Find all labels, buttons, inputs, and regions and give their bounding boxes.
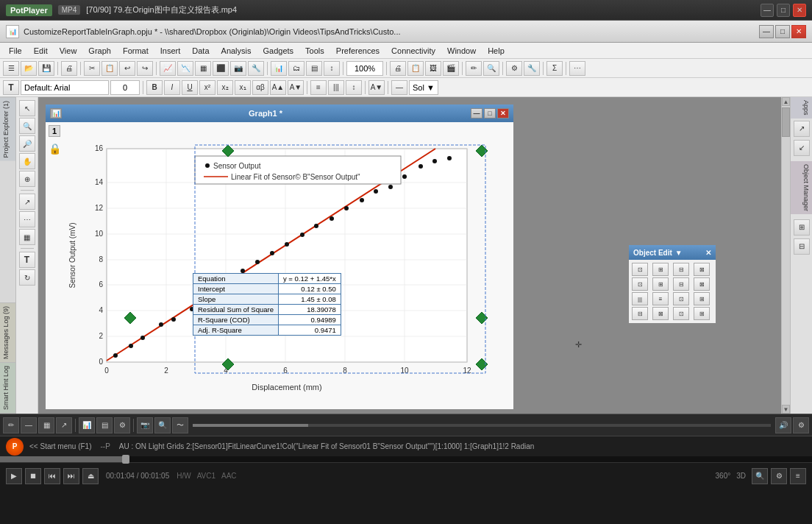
text-icon[interactable]: T [3,80,19,95]
obj-edit-close-button[interactable]: ✕ [705,249,711,257]
oe-btn-7[interactable]: ⊟ [673,277,689,291]
window-controls[interactable]: — □ ✕ [761,4,806,17]
apps-tab[interactable]: Apps [791,97,812,118]
menu-format[interactable]: Format [117,45,154,57]
oe-btn-13[interactable]: ⊟ [632,307,648,320]
tb-btn-12[interactable]: 📋 [407,61,424,76]
right-tool-3[interactable]: ⊞ [794,219,810,236]
right-tool-2[interactable]: ↙ [794,140,810,156]
eject-button[interactable]: ⏏ [82,468,99,484]
messages-log-tab[interactable]: Messages Log (9) [0,302,15,363]
settings-button[interactable]: ⚙ [771,468,787,484]
menu-button[interactable]: ≡ [790,468,806,484]
fill-color-button[interactable]: A▼ [368,80,385,95]
pan-tool[interactable]: ✋ [19,153,35,169]
oe-btn-12[interactable]: ⊞ [694,292,710,305]
oe-btn-8[interactable]: ⊠ [694,277,710,291]
font-selector[interactable]: Default: Arial [21,80,109,95]
tb-btn-3[interactable]: ▦ [195,61,211,76]
tb-btn-1[interactable]: 📈 [160,61,176,76]
tool-arrow-btn[interactable]: ↗ [56,417,72,433]
tb-btn-6[interactable]: 🔧 [248,61,264,76]
text-tool[interactable]: T [19,252,35,268]
align-center-button[interactable]: ||| [328,80,344,95]
crosshair-tool[interactable]: ⊕ [19,171,35,187]
underline-button[interactable]: U [182,80,198,95]
tb-btn-5[interactable]: 📷 [230,61,246,76]
right-tool-4[interactable]: ⊟ [794,238,810,255]
minimize-button[interactable]: — [761,4,774,17]
tb-btn-18[interactable]: 🔧 [524,61,540,76]
menu-help[interactable]: Help [482,45,510,57]
align-left-button[interactable]: ≡ [310,80,327,95]
maximize-button[interactable]: □ [777,4,790,17]
zoom-in-tool[interactable]: 🔍 [19,118,35,134]
scrollbar-down-arrow[interactable]: ▼ [782,405,790,414]
tb-btn-7[interactable]: 📊 [271,61,287,76]
bottom-progress-bar[interactable] [193,424,771,427]
oe-btn-2[interactable]: ⊞ [652,263,669,276]
tb-btn-11[interactable]: 🖨 [390,61,406,76]
vertical-scrollbar[interactable]: ▲ ▼ [781,97,790,414]
tool-waveform-btn[interactable]: 〜 [172,417,188,433]
font-size-up-button[interactable]: A▼ [288,80,304,95]
oe-btn-15[interactable]: ⊡ [673,307,689,320]
zoom-level[interactable]: 100% [346,61,383,76]
scrollbar-thumb[interactable] [782,107,790,137]
tool-data-btn[interactable]: ▤ [96,417,113,433]
menu-file[interactable]: File [3,45,28,57]
stop-button[interactable]: ⏹ [25,468,41,484]
menu-tools[interactable]: Tools [299,45,330,57]
copy-button[interactable]: 📋 [102,61,118,76]
oe-btn-5[interactable]: ⊡ [632,277,648,291]
print-button[interactable]: 🖨 [61,61,77,76]
italic-button[interactable]: I [164,80,180,95]
subscript-button[interactable]: x₂ [217,80,233,95]
line-spacing-button[interactable]: ↕ [346,80,362,95]
redo-button[interactable]: ↪ [137,61,153,76]
oe-btn-16[interactable]: ⊞ [694,307,710,320]
font-color-button[interactable]: A▲ [270,80,286,95]
menu-edit[interactable]: Edit [28,45,54,57]
oe-btn-4[interactable]: ⊠ [694,263,710,276]
tb-btn-2[interactable]: 📉 [177,61,193,76]
pointer-tool[interactable]: ↖ [19,100,35,116]
x1-button[interactable]: x₁ [235,80,251,95]
menu-analysis[interactable]: Analysis [216,45,257,57]
arrow-tool[interactable]: ↗ [19,194,35,210]
cut-button[interactable]: ✂ [84,61,100,76]
menu-insert[interactable]: Insert [154,45,187,57]
bold-button[interactable]: B [146,80,163,95]
alpha-beta-button[interactable]: αβ [252,80,268,95]
zoom-out-tool[interactable]: 🔎 [19,135,35,152]
size-selector[interactable]: 0 [110,80,140,95]
tb-btn-13[interactable]: 🖼 [425,61,441,76]
new-button[interactable]: ☰ [3,61,19,76]
app-maximize-button[interactable]: □ [775,25,790,38]
tb-btn-10[interactable]: ↕ [324,61,340,76]
start-menu-hint[interactable]: << Start menu (F1) [29,442,91,450]
tb-btn-4[interactable]: ⬛ [213,61,229,76]
menu-window[interactable]: Window [441,45,482,57]
tb-btn-17[interactable]: ⚙ [506,61,522,76]
tool-settings-btn[interactable]: ⚙ [793,417,809,433]
scrollbar-up-arrow[interactable]: ▲ [782,97,790,106]
oe-btn-11[interactable]: ⊡ [673,292,689,305]
oe-btn-14[interactable]: ⊠ [652,307,669,320]
prev-button[interactable]: ⏮ [44,468,60,484]
tb-btn-19[interactable]: Σ [546,61,563,76]
tool-vol-btn[interactable]: 🔊 [775,417,791,433]
menu-gadgets[interactable]: Gadgets [257,45,300,57]
tool-script-btn[interactable]: ⚙ [114,417,130,433]
tool-capture-btn[interactable]: 📷 [137,417,153,433]
app-close-button[interactable]: ✕ [791,25,806,38]
rotate-tool[interactable]: ↻ [19,269,35,286]
menu-connectivity[interactable]: Connectivity [385,45,441,57]
tool-line-btn[interactable]: — [21,417,37,433]
tb-btn-8[interactable]: 🗂 [288,61,304,76]
menu-preferences[interactable]: Preferences [330,45,385,57]
tb-btn-20[interactable]: ⋯ [569,61,585,76]
graph-close-button[interactable]: ✕ [497,108,509,118]
search-button[interactable]: 🔍 [752,468,768,484]
close-button[interactable]: ✕ [793,4,806,17]
